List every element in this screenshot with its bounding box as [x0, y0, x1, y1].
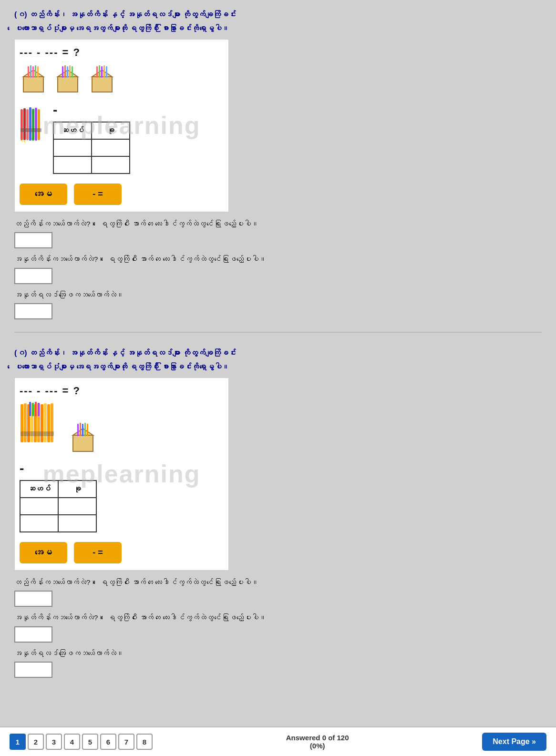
- answered-info: Answered 0 of 120 (0%): [286, 734, 349, 750]
- section2-minus: -: [20, 461, 24, 476]
- section2-q2-input[interactable]: [14, 626, 52, 643]
- answered-pct: (0%): [286, 742, 349, 750]
- svg-rect-13: [72, 66, 73, 78]
- svg-rect-4: [32, 66, 34, 78]
- svg-rect-43: [35, 402, 37, 416]
- page-btn-3[interactable]: 3: [46, 734, 62, 750]
- section1-btn1[interactable]: အမေ: [20, 184, 67, 205]
- section1-table: ဆဟပ် ခု: [53, 122, 130, 174]
- svg-rect-52: [87, 424, 88, 436]
- svg-rect-46: [73, 435, 93, 451]
- svg-rect-20: [106, 66, 107, 78]
- page-btn-8[interactable]: 8: [136, 734, 153, 750]
- section1-col2-header: ခု: [92, 122, 130, 139]
- svg-rect-2: [28, 66, 29, 78]
- svg-rect-26: [35, 108, 37, 141]
- svg-marker-29: [21, 140, 23, 143]
- section2-col1-header: ဆဟပ်: [20, 480, 58, 498]
- section2-q3-input[interactable]: [14, 662, 52, 678]
- svg-rect-6: [37, 66, 39, 78]
- page-btn-5[interactable]: 5: [82, 734, 98, 750]
- svg-rect-41: [29, 402, 31, 416]
- section2-q1-label: တည်ကိန်းကဘယ်လောက်လဲ?။ ရေတွက်ပြီး အောက်က …: [14, 576, 542, 589]
- page-btn-1[interactable]: 1: [10, 734, 26, 750]
- svg-rect-5: [35, 65, 36, 78]
- svg-rect-3: [30, 65, 31, 78]
- svg-rect-7: [58, 77, 78, 92]
- svg-rect-14: [92, 77, 112, 92]
- section2-q3-label: အနုတ်ရလဒ်အဖြေကဘယ်လောက်လဲ။: [14, 647, 542, 660]
- section1-equation: --- - --- = ?: [20, 46, 81, 59]
- svg-rect-0: [23, 77, 43, 92]
- svg-rect-17: [99, 65, 100, 78]
- section-2: (ဂ) တည်ကိန်း၊ အနုတ်ကိန်း နှင့် အနုတ်ရလဒ်…: [14, 347, 542, 690]
- svg-rect-9: [62, 66, 63, 78]
- svg-rect-50: [82, 424, 83, 436]
- svg-rect-51: [84, 423, 86, 436]
- section2-pencils-row: [20, 402, 97, 454]
- section1-col1-header: ဆဟပ်: [53, 122, 92, 139]
- pencil-bundle-big: [20, 402, 62, 454]
- page-btn-2[interactable]: 2: [28, 734, 44, 750]
- section1-q1-label: တည်ကိန်းကဘယ်လောက်လဲ?။ ရေတွက်ပြီး အောက်က …: [14, 218, 542, 230]
- page-btn-4[interactable]: 4: [64, 734, 80, 750]
- page-btn-6[interactable]: 6: [100, 734, 116, 750]
- svg-rect-27: [38, 109, 40, 140]
- section2-subtitle: ပေးထားသောရှပ်ပုံများမှ အရေအတွက်များကို ရ…: [14, 361, 542, 373]
- section1-btn2[interactable]: - =: [74, 184, 122, 205]
- svg-rect-25: [32, 109, 34, 141]
- section1-q1-input[interactable]: [14, 232, 52, 248]
- svg-rect-10: [64, 65, 66, 78]
- pagination: 12345678: [10, 734, 153, 750]
- svg-rect-18: [101, 66, 103, 78]
- svg-rect-37: [41, 404, 43, 442]
- box-small: [69, 420, 97, 454]
- pencil-bundle-icon: [20, 104, 46, 147]
- section1-q2-label: အနုတ်ကိန်းကဘယ်လောက်လဲ?။ ရေတွက်ပြီး အောက်…: [14, 253, 542, 266]
- section2-btn2[interactable]: - =: [74, 542, 122, 563]
- svg-rect-28: [21, 128, 41, 132]
- section1-title: (ဂ) တည်ကိန်း၊ အနုတ်ကိန်း နှင့် အနုတ်ရလဒ်…: [14, 9, 542, 21]
- section-1: (ဂ) တည်ကိန်း၊ အနုတ်ကိန်း နှင့် အနုတ်ရလဒ်…: [14, 9, 542, 333]
- footer-bar: 12345678 Answered 0 of 120 (0%) Next Pag…: [0, 726, 556, 756]
- section1-buttons: အမေ - =: [20, 184, 122, 205]
- section2-q1-input[interactable]: [14, 591, 52, 607]
- svg-rect-38: [44, 403, 47, 442]
- svg-rect-44: [38, 403, 40, 416]
- section1-q2-input[interactable]: [14, 268, 52, 284]
- svg-rect-48: [77, 424, 79, 436]
- section2-image-box: meplearning --- - --- = ?: [14, 378, 229, 571]
- svg-rect-40: [51, 403, 53, 442]
- svg-rect-42: [32, 403, 34, 416]
- section1-q3-input[interactable]: [14, 303, 52, 319]
- svg-rect-32: [24, 403, 27, 442]
- svg-rect-19: [103, 65, 105, 78]
- answered-label: Answered 0 of 120: [286, 734, 349, 742]
- section2-equation: --- - --- = ?: [20, 385, 81, 397]
- svg-rect-11: [67, 66, 68, 78]
- section1-minus: -: [53, 102, 57, 118]
- svg-marker-30: [23, 141, 26, 143]
- svg-rect-22: [23, 108, 26, 140]
- svg-rect-23: [26, 109, 29, 140]
- section1-pencils-row: [20, 63, 116, 96]
- svg-rect-21: [21, 109, 23, 140]
- svg-rect-49: [80, 423, 81, 436]
- svg-rect-39: [47, 404, 50, 442]
- section2-q2-label: အနုတ်ကိန်းကဘယ်လောက်လဲ?။ ရေတွက်ပြီး အောက်…: [14, 612, 542, 624]
- box-icon-1: [20, 63, 47, 96]
- box-icon-2: [54, 63, 82, 96]
- svg-rect-12: [69, 65, 71, 78]
- section1-image-box: meplearning --- - --- = ?: [14, 39, 229, 212]
- section2-btn1[interactable]: အမေ: [20, 542, 67, 563]
- section2-table: ဆဟပ် ခု: [20, 480, 97, 532]
- svg-rect-45: [21, 431, 54, 436]
- page-btn-7[interactable]: 7: [118, 734, 134, 750]
- next-page-button[interactable]: Next Page »: [482, 733, 546, 751]
- svg-rect-31: [21, 404, 23, 442]
- section1-q3-label: အနုတ်ရလဒ်အဖြေကဘယ်လောက်လဲ။: [14, 289, 542, 301]
- section2-title: (ဂ) တည်ကိန်း၊ အနုတ်ကိန်း နှင့် အနုတ်ရလဒ်…: [14, 347, 542, 359]
- svg-rect-24: [29, 107, 31, 141]
- box-icon-3: [88, 63, 116, 96]
- section1-subtitle: ပေးထားသောရှပ်ပုံများမှ အရေအတွက်များကို ရ…: [14, 23, 542, 34]
